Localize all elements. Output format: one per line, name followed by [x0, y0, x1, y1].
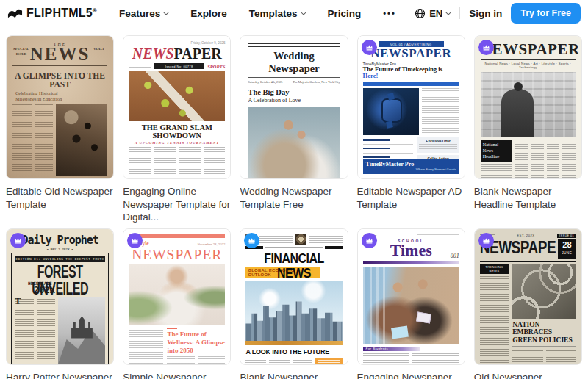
text-lines — [269, 358, 290, 365]
registered-mark: ® — [93, 7, 97, 14]
wedding-couple-photo — [248, 107, 340, 179]
headline: NATION EMBRACES GREEN POLICIES — [512, 321, 576, 345]
template-title[interactable]: Harry Potter Newspaper Template — [6, 371, 114, 379]
template-title[interactable]: Simple Newspaper Cover Template — [123, 371, 231, 379]
rule — [481, 59, 576, 60]
chevron-down-icon — [445, 9, 451, 15]
template-thumbnail[interactable]: FINANCIAL NEWS GLOBAL ECONOMIC OUTLOOK A… — [240, 228, 348, 365]
premium-badge — [362, 233, 377, 248]
menu-item-features[interactable]: Features — [119, 8, 168, 19]
template-thumbnail[interactable]: EST. 202X ISSUE 01 NEWSPAPER 28 JUNE TRE… — [474, 228, 582, 365]
sign-in-link[interactable]: Sign in — [469, 8, 502, 19]
text-lines — [363, 151, 414, 154]
template-card[interactable]: JUL 202X SCHOOL Times 001 For Students E… — [357, 228, 465, 379]
date-line: Saturday, October 4th, 2025 — [248, 80, 282, 84]
footer-tagline: Where Every Moment Counts — [366, 167, 456, 171]
tennis-photo — [129, 71, 225, 121]
crown-icon — [248, 237, 256, 245]
skyline-photo — [245, 281, 342, 345]
smartwatch-photo — [363, 88, 419, 135]
water-strip — [245, 341, 342, 345]
premium-badge — [362, 40, 377, 55]
text-lines — [12, 104, 32, 175]
date-box: 28 JUNE — [558, 239, 576, 259]
figure-silhouette — [501, 89, 534, 137]
template-thumbnail[interactable]: Wedding Newspaper Saturday, October 4th,… — [240, 35, 348, 179]
premium-badge — [478, 233, 494, 248]
template-title[interactable]: Wedding Newspaper Template Free — [240, 185, 348, 211]
feature-bar: For Students — [363, 347, 420, 351]
headline: FOREST UNVEILED — [15, 264, 105, 289]
template-title[interactable]: Blank Newspaper Headline Template — [474, 185, 582, 211]
month-label: JUNE — [559, 250, 575, 255]
template-thumbnail[interactable]: JUL 202X SCHOOL Times 001 For Students — [357, 228, 465, 365]
menu-item-explore[interactable]: Explore — [190, 8, 227, 19]
accent-bar — [129, 234, 225, 238]
text-lines — [129, 328, 163, 365]
sidebar-block — [315, 358, 342, 365]
mini-photo — [295, 234, 306, 245]
volume-label: VOL.1 — [90, 42, 107, 63]
template-card[interactable]: VOL.01 / ADVERTISING NEWSPAPER TimeByMas… — [357, 35, 465, 224]
location-line: The Majestic Gardens, New York City — [293, 80, 340, 84]
template-card[interactable]: FINANCIAL NEWS GLOBAL ECONOMIC OUTLOOK A… — [240, 228, 348, 379]
newspaper-art: EST. 202X ISSUE 01 NEWSPAPER 28 JUNE TRE… — [475, 229, 581, 364]
text-lines — [531, 140, 544, 179]
template-thumbnail[interactable]: Daily Prophet ★ MAY 2 202X ★ EDITION 01:… — [6, 228, 114, 365]
template-thumbnail[interactable]: NEWSPAPER National News · Local News · A… — [474, 35, 582, 179]
page-frame: EDITION 01: UNVEILING THE DEEPEST TRUTH … — [11, 253, 109, 365]
template-card[interactable]: EST. 202X ISSUE 01 NEWSPAPER 28 JUNE TRE… — [474, 228, 582, 379]
template-card[interactable]: Friday, October 9, 2025 NEWSPAPER Issued… — [123, 35, 231, 224]
text-lines — [129, 65, 151, 68]
kicker: SPECIAL ISSUE — [12, 42, 30, 63]
divider — [459, 7, 460, 19]
template-card[interactable]: Lifestyle November 28, 2022 NEWSPAPER Th… — [123, 228, 231, 379]
template-title[interactable]: Editable Newspaper AD Template — [357, 185, 465, 211]
menu-item-pricing[interactable]: Pricing — [328, 8, 362, 19]
text-lines — [363, 353, 410, 364]
subhead: A Celebration of Love — [248, 97, 340, 104]
template-title[interactable]: Engaging Newspaper Article Templates — [357, 371, 465, 379]
template-thumbnail[interactable]: SPECIAL ISSUE THE NEWS VOL.1 A GLIMPSE I… — [6, 35, 114, 179]
graduation-photo — [56, 104, 107, 176]
premium-badge — [478, 40, 494, 55]
masthead: NEWS — [30, 46, 90, 63]
more-menu-button[interactable]: ••• — [383, 9, 396, 18]
text-lines — [514, 140, 528, 179]
language-selector[interactable]: EN — [415, 8, 451, 19]
day-number: 28 — [558, 241, 576, 249]
main-menu: Features Explore Templates Pricing ••• — [119, 8, 396, 19]
template-thumbnail[interactable]: VOL.01 / ADVERTISING NEWSPAPER TimeByMas… — [357, 35, 465, 179]
section-label: SPORTS — [207, 64, 225, 69]
template-card[interactable]: Wedding Newspaper Saturday, October 4th,… — [240, 35, 348, 224]
template-card[interactable]: Daily Prophet ★ MAY 2 202X ★ EDITION 01:… — [6, 228, 114, 379]
gradient-bar — [363, 261, 459, 264]
template-thumbnail[interactable]: Lifestyle November 28, 2022 NEWSPAPER Th… — [123, 228, 231, 365]
template-card[interactable]: NEWSPAPER National News · Local News · A… — [474, 35, 582, 224]
menu-item-templates[interactable]: Templates — [249, 8, 306, 19]
text-lines — [309, 234, 343, 243]
book-shape — [416, 312, 431, 324]
template-title[interactable]: Old Newspaper Template for Nostalgic Dig… — [474, 371, 582, 379]
masthead-dark: PAPER — [174, 46, 222, 62]
fashion-photo — [481, 72, 576, 137]
template-title[interactable]: Blank Newspaper Layout Template — [240, 371, 348, 379]
text-lines — [12, 68, 107, 70]
date-line: ★ MAY 2 202X ★ — [11, 248, 109, 251]
issue-chip: ISSUE 01 — [557, 234, 576, 238]
template-title[interactable]: Engaging Online Newspaper Template for D… — [123, 185, 231, 224]
template-thumbnail[interactable]: Friday, October 9, 2025 NEWSPAPER Issued… — [123, 35, 231, 179]
premium-badge — [127, 233, 143, 248]
try-for-free-button[interactable]: Try for Free — [511, 3, 581, 24]
crown-icon — [14, 237, 22, 245]
rule — [248, 43, 340, 47]
fliphtml5-logo[interactable]: FLIPHTML5® — [7, 7, 97, 20]
offer-box-title: Exclusive Offer — [419, 140, 456, 143]
masthead-red: NEWS — [132, 46, 174, 62]
subhead: Celebrating Historical Milestones in Edu… — [15, 90, 71, 103]
masthead: NEWSPAPER — [481, 42, 576, 57]
template-title[interactable]: Editable Old Newspaper Template — [6, 185, 114, 211]
newspaper-art: Daily Prophet ★ MAY 2 202X ★ EDITION 01:… — [7, 229, 113, 364]
template-card[interactable]: SPECIAL ISSUE THE NEWS VOL.1 A GLIMPSE I… — [6, 35, 114, 224]
text-lines — [363, 142, 414, 145]
